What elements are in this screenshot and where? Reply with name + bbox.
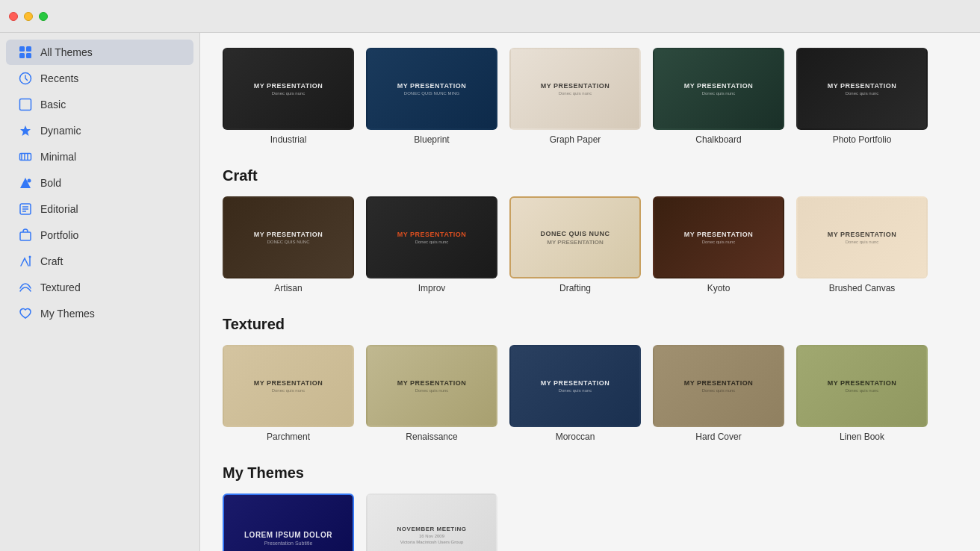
theme-card-moroccan[interactable]: My Presentation Donec quis nunc Moroccan (509, 345, 641, 442)
theme-thumbnail-graph-paper: My Presentation Donec quis nunc (509, 48, 641, 130)
theme-thumbnail-snowing: NOVEMBER MEETING 16 Nov 2009 Victoria Ma… (366, 494, 497, 551)
theme-name-hard-cover: Hard Cover (695, 432, 741, 442)
theme-thumbnail-renaissance: My Presentation Donec quis nunc (366, 345, 497, 427)
svg-point-11 (28, 179, 31, 183)
theme-thumbnail-brushed-canvas: My Presentation Donec quis nunc (796, 196, 928, 278)
portfolio-icon (18, 228, 33, 243)
craft-label: Craft (40, 255, 63, 267)
theme-name-parchment: Parchment (267, 432, 310, 442)
main-content: My Presentation Donec quis nunc Industri… (200, 33, 980, 551)
sidebar-item-minimal[interactable]: Minimal (6, 144, 193, 169)
theme-thumbnail-drafting: DONEC QUIS NUNC MY PRESENTATION (509, 196, 641, 278)
craft-section: Craft MY PRESENTATION DONEC QUIS NUNC Ar… (223, 167, 958, 293)
sidebar-item-bold[interactable]: Bold (6, 170, 193, 196)
theme-name-industrial: Industrial (270, 134, 307, 145)
recents-label: Recents (40, 72, 78, 84)
svg-point-17 (29, 256, 31, 258)
theme-card-photo-portfolio[interactable]: My Presentation Donec quis nunc Photo Po… (796, 48, 928, 145)
textured-section-title: Textured (223, 316, 958, 333)
theme-name-drafting: Drafting (559, 283, 591, 293)
textured-section: Textured My Presentation Donec quis nunc… (223, 316, 958, 442)
theme-thumbnail-industrial: My Presentation Donec quis nunc (223, 48, 354, 130)
craft-themes-grid: MY PRESENTATION DONEC QUIS NUNC Artisan … (223, 196, 958, 293)
theme-thumbnail-artisan: MY PRESENTATION DONEC QUIS NUNC (223, 196, 354, 278)
my-themes-section-title: My Themes (223, 464, 958, 482)
theme-name-brushed-canvas: Brushed Canvas (829, 283, 896, 293)
textured-themes-grid: My Presentation Donec quis nunc Parchmen… (223, 345, 958, 442)
theme-card-drafting[interactable]: DONEC QUIS NUNC MY PRESENTATION Drafting (509, 196, 641, 293)
theme-name-kyoto: Kyoto (707, 283, 731, 293)
textured-icon (18, 280, 33, 295)
bold-label: Bold (40, 177, 61, 189)
theme-card-renaissance[interactable]: My Presentation Donec quis nunc Renaissa… (366, 345, 497, 442)
minimal-label: Minimal (40, 151, 76, 163)
theme-card-industrial[interactable]: My Presentation Donec quis nunc Industri… (223, 48, 354, 145)
theme-thumbnail-moroccan: My Presentation Donec quis nunc (509, 345, 641, 427)
minimize-button[interactable] (24, 12, 33, 21)
my-themes-label: My Themes (40, 308, 95, 320)
recents-icon (18, 71, 33, 86)
theme-card-chalkboard[interactable]: My Presentation Donec quis nunc Chalkboa… (653, 48, 784, 145)
bold-icon (18, 175, 33, 190)
portfolio-label: Portfolio (40, 229, 78, 241)
basic-label: Basic (40, 99, 66, 110)
theme-thumbnail-kyoto: My Presentation Donec quis nunc (653, 196, 784, 278)
all-themes-label: All Themes (40, 46, 93, 58)
all-themes-icon (18, 45, 33, 60)
app-container: All Themes Recents Basic (0, 0, 980, 551)
svg-rect-16 (20, 232, 31, 240)
theme-thumbnail-improv: My Presentation Donec quis nunc (366, 196, 497, 278)
theme-card-hard-cover[interactable]: My Presentation Donec quis nunc Hard Cov… (653, 345, 784, 442)
sidebar-item-basic[interactable]: Basic (6, 92, 193, 117)
zoom-button[interactable] (39, 12, 48, 21)
sidebar-item-recents[interactable]: Recents (6, 66, 193, 91)
theme-thumbnail-hard-cover: My Presentation Donec quis nunc (653, 345, 784, 427)
theme-thumbnail-linen-book: My Presentation Donec quis nunc (796, 345, 928, 427)
craft-icon (18, 254, 33, 269)
theme-card-brushed-canvas[interactable]: My Presentation Donec quis nunc Brushed … (796, 196, 928, 293)
sidebar-item-editorial[interactable]: Editorial (6, 196, 193, 222)
theme-name-linen-book: Linen Book (840, 432, 884, 442)
theme-card-graph-paper[interactable]: My Presentation Donec quis nunc Graph Pa… (509, 48, 641, 145)
theme-card-parchment[interactable]: My Presentation Donec quis nunc Parchmen… (223, 345, 354, 442)
theme-name-blueprint: Blueprint (414, 134, 449, 145)
theme-thumbnail-novice-sig: Lorem Ipsum Dolor Presentation Subtitle (223, 494, 354, 551)
theme-card-blueprint[interactable]: MY PRESENTATION DONEC QUIS NUNC MING Blu… (366, 48, 497, 145)
dynamic-label: Dynamic (40, 125, 81, 137)
svg-rect-3 (26, 53, 31, 58)
craft-section-title: Craft (223, 167, 958, 184)
basic-icon (18, 97, 33, 112)
close-button[interactable] (9, 12, 18, 21)
theme-card-artisan[interactable]: MY PRESENTATION DONEC QUIS NUNC Artisan (223, 196, 354, 293)
theme-name-improv: Improv (418, 283, 446, 293)
theme-name-photo-portfolio: Photo Portfolio (833, 134, 892, 145)
theme-card-linen-book[interactable]: My Presentation Donec quis nunc Linen Bo… (796, 345, 928, 442)
sidebar-item-all-themes[interactable]: All Themes (6, 40, 193, 65)
theme-card-novice-sig[interactable]: Lorem Ipsum Dolor Presentation Subtitle … (223, 494, 354, 551)
my-themes-section: My Themes Lorem Ipsum Dolor Presentation… (223, 464, 958, 551)
svg-rect-2 (19, 53, 25, 58)
sidebar: All Themes Recents Basic (0, 33, 200, 551)
my-themes-icon (18, 306, 33, 321)
theme-thumbnail-chalkboard: My Presentation Donec quis nunc (653, 48, 784, 130)
theme-name-artisan: Artisan (274, 283, 302, 293)
editorial-label: Editorial (40, 203, 78, 215)
theme-card-kyoto[interactable]: My Presentation Donec quis nunc Kyoto (653, 196, 784, 293)
titlebar (0, 0, 980, 33)
sidebar-item-my-themes[interactable]: My Themes (6, 301, 193, 326)
svg-rect-0 (19, 46, 25, 52)
svg-rect-5 (20, 99, 31, 110)
sidebar-item-craft[interactable]: Craft (6, 249, 193, 274)
theme-name-moroccan: Moroccan (556, 432, 595, 442)
theme-card-snowing[interactable]: NOVEMBER MEETING 16 Nov 2009 Victoria Ma… (366, 494, 497, 551)
editorial-icon (18, 202, 33, 217)
theme-thumbnail-blueprint: MY PRESENTATION DONEC QUIS NUNC MING (366, 48, 497, 130)
sidebar-item-textured[interactable]: Textured (6, 275, 193, 300)
theme-name-chalkboard: Chalkboard (695, 134, 741, 145)
sidebar-item-dynamic[interactable]: Dynamic (6, 118, 193, 143)
my-themes-grid: Lorem Ipsum Dolor Presentation Subtitle … (223, 494, 958, 551)
theme-card-improv[interactable]: My Presentation Donec quis nunc Improv (366, 196, 497, 293)
dynamic-icon (18, 123, 33, 138)
svg-rect-1 (26, 46, 31, 52)
sidebar-item-portfolio[interactable]: Portfolio (6, 222, 193, 248)
